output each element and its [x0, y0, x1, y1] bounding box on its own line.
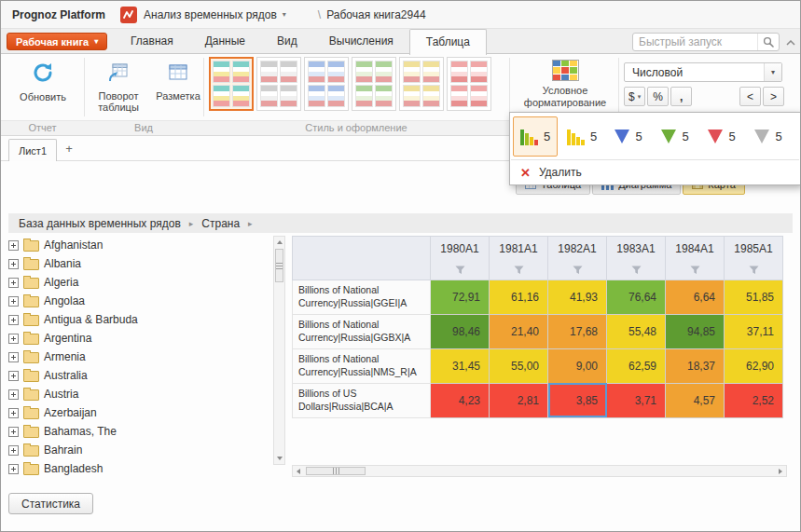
tab-Данные[interactable]: Данные [189, 29, 261, 54]
expand-icon[interactable] [8, 464, 19, 474]
tree-item[interactable]: Antigua & Barbuda [8, 310, 269, 329]
tree-item[interactable]: Angolaa [8, 292, 269, 310]
increase-decimals-button[interactable]: > [763, 87, 784, 106]
tree-item[interactable]: Azerbaijan [8, 403, 269, 422]
column-filter-icon[interactable] [490, 261, 548, 280]
thousands-separator-button[interactable]: , [670, 87, 692, 106]
grid-cell[interactable]: 31,45 [431, 348, 490, 383]
tree-item[interactable]: Bangladesh [8, 459, 269, 478]
column-filter-icon[interactable] [607, 261, 666, 280]
workbook-menu-button[interactable]: Рабочая книга ▾ [7, 33, 107, 50]
icon-set-bars-yellow[interactable]: 5 [559, 116, 604, 157]
grid-cell[interactable]: 76,64 [607, 280, 666, 314]
tab-Вид[interactable]: Вид [261, 29, 313, 54]
icon-set-cone-red[interactable]: 5 [699, 116, 744, 157]
tree-item[interactable]: Australia [8, 366, 269, 385]
tree-vertical-scrollbar[interactable] [273, 236, 285, 465]
grid-cell[interactable]: 4,23 [431, 383, 490, 417]
expand-icon[interactable] [8, 408, 19, 418]
column-header[interactable]: 1985A1 [725, 237, 783, 261]
icon-set-cone-green[interactable]: 5 [653, 116, 697, 157]
statistics-button[interactable]: Статистика [8, 493, 93, 514]
tab-Главная[interactable]: Главная [115, 29, 189, 54]
breadcrumb-item[interactable]: База данных временных рядов [19, 217, 181, 230]
decrease-decimals-button[interactable]: < [739, 87, 761, 106]
expand-icon[interactable] [8, 389, 19, 400]
grid-cell[interactable]: 62,59 [607, 348, 666, 383]
expand-icon[interactable] [8, 371, 19, 381]
grid-cell[interactable]: 6,64 [666, 280, 725, 314]
grid-cell[interactable]: 4,57 [666, 383, 725, 417]
grid-cell[interactable]: 37,11 [725, 314, 783, 348]
icon-set-bars-multi[interactable]: 5 [513, 116, 558, 157]
table-style-thumbnail[interactable] [399, 57, 444, 111]
column-filter-icon[interactable] [431, 261, 490, 280]
scroll-up-button[interactable] [274, 237, 284, 248]
layout-button[interactable]: Разметка [153, 61, 203, 102]
column-header[interactable]: 1980A1 [431, 237, 490, 261]
row-header[interactable]: Billions of US Dollars|Russia|BCA|A [293, 383, 431, 417]
row-header[interactable]: Billions of National Currency|Russia|GGB… [293, 314, 431, 348]
refresh-button[interactable]: Обновить [14, 61, 72, 102]
delete-formatting-item[interactable]: ✕ Удалить [510, 160, 800, 184]
column-filter-icon[interactable] [548, 261, 607, 280]
column-filter-icon[interactable] [666, 261, 725, 280]
collapse-ribbon-button[interactable] [783, 37, 797, 48]
grid-cell[interactable]: 17,68 [548, 314, 607, 348]
number-format-select[interactable]: Числовой ▾ [624, 62, 782, 82]
column-header[interactable]: 1982A1 [548, 237, 607, 261]
table-style-thumbnail[interactable] [352, 57, 396, 111]
row-header[interactable]: Billions of National Currency|Russia|NMS… [293, 348, 431, 383]
grid-cell[interactable]: 9,00 [548, 348, 607, 383]
column-header[interactable]: 1981A1 [490, 237, 548, 261]
sheet-tab[interactable]: Лист1 [8, 139, 57, 161]
tree-item[interactable]: Bahrain [8, 441, 269, 459]
column-header[interactable]: 1984A1 [666, 237, 725, 261]
percent-format-button[interactable]: % [647, 87, 669, 106]
scrollbar-thumb[interactable] [306, 467, 366, 475]
app-menu-button[interactable]: Анализ временных рядов ▾ [144, 8, 286, 21]
grid-cell[interactable]: 3,85 [548, 383, 607, 417]
grid-horizontal-scrollbar[interactable] [292, 465, 787, 477]
tab-Вычисления[interactable]: Вычисления [313, 29, 409, 54]
expand-icon[interactable] [8, 334, 19, 344]
expand-icon[interactable] [8, 427, 19, 437]
grid-cell[interactable]: 3,71 [607, 383, 666, 417]
grid-cell[interactable]: 2,52 [725, 383, 783, 417]
tree-item[interactable]: Bahamas, The [8, 422, 269, 441]
pivot-table-button[interactable]: Поворот таблицы [87, 61, 150, 114]
search-icon[interactable] [757, 34, 779, 50]
expand-icon[interactable] [8, 352, 19, 362]
breadcrumb-item[interactable]: Страна [201, 217, 240, 230]
search-input[interactable] [633, 35, 757, 48]
expand-icon[interactable] [8, 278, 19, 288]
table-style-thumbnail[interactable] [256, 57, 301, 111]
icon-set-cone-gray[interactable]: 5 [746, 116, 791, 157]
grid-cell[interactable]: 98,46 [431, 314, 490, 348]
tree-item[interactable]: Algeria [8, 273, 269, 292]
currency-format-button[interactable]: $ ▾ [624, 87, 645, 106]
table-style-thumbnail[interactable] [447, 57, 491, 111]
table-style-thumbnail[interactable] [304, 57, 349, 111]
tree-item[interactable]: Albania [8, 254, 269, 273]
tree-item[interactable]: Armenia [8, 348, 269, 366]
grid-cell[interactable]: 21,40 [490, 314, 548, 348]
grid-cell[interactable]: 55,00 [490, 348, 548, 383]
grid-cell[interactable]: 72,91 [431, 280, 490, 314]
column-filter-icon[interactable] [725, 261, 783, 280]
expand-icon[interactable] [8, 315, 19, 325]
tree-item[interactable]: Afghanistan [8, 236, 269, 254]
expand-icon[interactable] [8, 240, 19, 251]
add-sheet-button[interactable]: + [61, 142, 77, 156]
grid-cell[interactable]: 94,85 [666, 314, 725, 348]
tab-Таблица[interactable]: Таблица [409, 29, 487, 55]
scroll-left-button[interactable] [293, 466, 304, 476]
row-header[interactable]: Billions of National Currency|Russia|GGE… [293, 280, 431, 314]
scroll-down-button[interactable] [274, 453, 284, 464]
grid-cell[interactable]: 41,93 [548, 280, 607, 314]
expand-icon[interactable] [8, 296, 19, 307]
table-style-thumbnail[interactable] [209, 57, 254, 111]
grid-cell[interactable]: 62,90 [725, 348, 783, 383]
grid-cell[interactable]: 2,81 [490, 383, 548, 417]
grid-cell[interactable]: 61,16 [490, 280, 548, 314]
